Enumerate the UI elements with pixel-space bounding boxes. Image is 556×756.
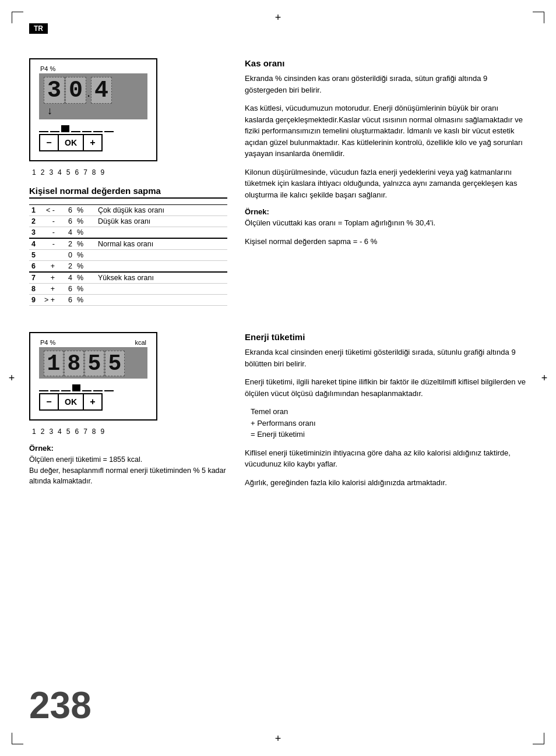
device2-digit-3: 5 [105, 351, 125, 376]
device2-digit-0: 1 [44, 351, 64, 376]
corner-mark-br [533, 733, 544, 744]
device1-button-row: − OK + [39, 134, 103, 151]
device1-wrapper: P4 % 3 0 . 4 ↓ [29, 58, 227, 176]
enerji-para1: Ekranda kcal cinsinden enerji tüketimi g… [245, 347, 527, 369]
device2-label-right: kcal [135, 339, 146, 346]
row-val: 2 [57, 261, 75, 273]
device1-minus-button[interactable]: − [40, 135, 58, 150]
graph2-seg-1 [39, 390, 48, 391]
graph2-seg-5 [93, 390, 103, 391]
device1-arrow: ↓ [44, 105, 143, 117]
enerji-formula-line2: + Performans oranı [251, 418, 527, 429]
row-num: 4 [29, 238, 40, 250]
table-row: 6 + 2 % [29, 261, 227, 273]
row-sign: + [40, 261, 57, 273]
page-number: 238 [29, 684, 92, 727]
row-pct: % [75, 216, 92, 227]
row-num: 8 [29, 284, 40, 295]
row-sign: - [40, 227, 57, 239]
num-3: 3 [49, 168, 53, 176]
top-section: P4 % 3 0 . 4 ↓ [29, 58, 527, 315]
device2-graph [39, 382, 147, 391]
enerji-formula-line3: = Enerji tüketimi [251, 429, 527, 440]
num2-3: 3 [49, 428, 53, 436]
row-val: 6 [57, 295, 75, 306]
row-num: 6 [29, 261, 40, 273]
row-desc [92, 250, 227, 261]
enerji-para2: Enerji tüketimi, ilgili hareket tipine i… [245, 376, 527, 399]
device1-labels: P4 % [39, 65, 147, 72]
device1-digits-row: 3 0 . 4 [44, 77, 143, 104]
row-pct: % [75, 272, 92, 284]
device1-dot: . [87, 85, 90, 100]
device2-ok-button[interactable]: OK [58, 394, 84, 409]
graph2-seg-2 [50, 390, 59, 391]
num2-5: 5 [66, 428, 71, 436]
row-num: 1 [29, 205, 40, 216]
device1: P4 % 3 0 . 4 ↓ [29, 58, 157, 161]
row-sign: < - [40, 205, 57, 216]
device2-minus-button[interactable]: − [40, 394, 58, 409]
row-num: 2 [29, 216, 40, 227]
num2-4: 4 [58, 428, 62, 436]
crosshair-top [272, 12, 284, 23]
row-pct: % [75, 284, 92, 295]
num-6: 6 [75, 168, 79, 176]
row-num: 7 [29, 272, 40, 284]
row-pct: % [75, 250, 92, 261]
row-desc [92, 261, 227, 273]
graph2-seg-3 [61, 390, 71, 391]
device1-digit-1: 0 [65, 77, 86, 104]
device1-ok-button[interactable]: OK [58, 135, 84, 150]
corner-mark-tl [12, 12, 23, 23]
row-sign: - [40, 238, 57, 250]
device2-wrapper: P4 % kcal 1 8 5 5 [29, 332, 227, 436]
device2-labels: P4 % kcal [39, 339, 147, 346]
device1-number-row: 1 2 3 4 5 6 7 8 9 [29, 168, 104, 176]
num-8: 8 [92, 168, 96, 176]
device2-digit-2: 5 [85, 351, 104, 376]
num-4: 4 [58, 168, 62, 176]
graph-seg-6 [104, 131, 114, 132]
num2-2: 2 [41, 428, 45, 436]
device2-label-left: P4 % [40, 339, 55, 346]
row-val: 0 [57, 250, 75, 261]
row-val: 6 [57, 205, 75, 216]
row-desc [92, 227, 227, 239]
graph2-seg-4 [82, 390, 92, 391]
table-row: 2 - 6 % Düşük kas oranı [29, 216, 227, 227]
graph-seg-3 [71, 131, 80, 132]
graph-seg-2 [50, 131, 59, 132]
row-desc: Düşük kas oranı [92, 216, 227, 227]
corner-mark-bl [12, 733, 23, 744]
row-sign: + [40, 284, 57, 295]
kas-orani-example-line1: Ölçülen vücuttaki kas oranı = Toplam ağı… [245, 217, 527, 229]
bottom-section: P4 % kcal 1 8 5 5 [29, 332, 527, 495]
right-column-top: Kas oranı Ekranda % cinsinden kas oranı … [245, 58, 527, 315]
row-desc [92, 295, 227, 306]
row-val: 4 [57, 227, 75, 239]
row-pct: % [75, 261, 92, 273]
row-desc: Yüksek kas oranı [92, 272, 227, 284]
graph-seg-5 [93, 131, 103, 132]
table-row: 4 - 2 % Normal kas oranı [29, 238, 227, 250]
bottom-right-col: Enerji tüketimi Ekranda kcal cinsinden e… [245, 332, 527, 495]
device2: P4 % kcal 1 8 5 5 [29, 332, 157, 421]
row-val: 6 [57, 216, 75, 227]
enerji-para4: Ağırlık, gereğinden fazla kilo kalorisi … [245, 477, 527, 489]
enerji-formula: Temel oran + Performans oranı = Enerji t… [251, 406, 527, 440]
row-sign: - [40, 216, 57, 227]
row-sign: + [40, 272, 57, 284]
device2-plus-button[interactable]: + [84, 394, 101, 409]
row-pct: % [75, 238, 92, 250]
row-num: 3 [29, 227, 40, 239]
device1-digit-0: 3 [44, 77, 65, 104]
example2-line2: Bu değer, hesaplanmıfl normal enerji tük… [29, 465, 227, 487]
num2-6: 6 [75, 428, 79, 436]
device2-number-row: 1 2 3 4 5 6 7 8 9 [29, 428, 104, 436]
example2-block: Örnek: Ölçülen enerji tüketimi = 1855 kc… [29, 443, 227, 487]
row-desc: Çok düşük kas oranı [92, 205, 227, 216]
device1-plus-button[interactable]: + [84, 135, 101, 150]
num-1: 1 [32, 168, 36, 176]
row-desc: Normal kas oranı [92, 238, 227, 250]
